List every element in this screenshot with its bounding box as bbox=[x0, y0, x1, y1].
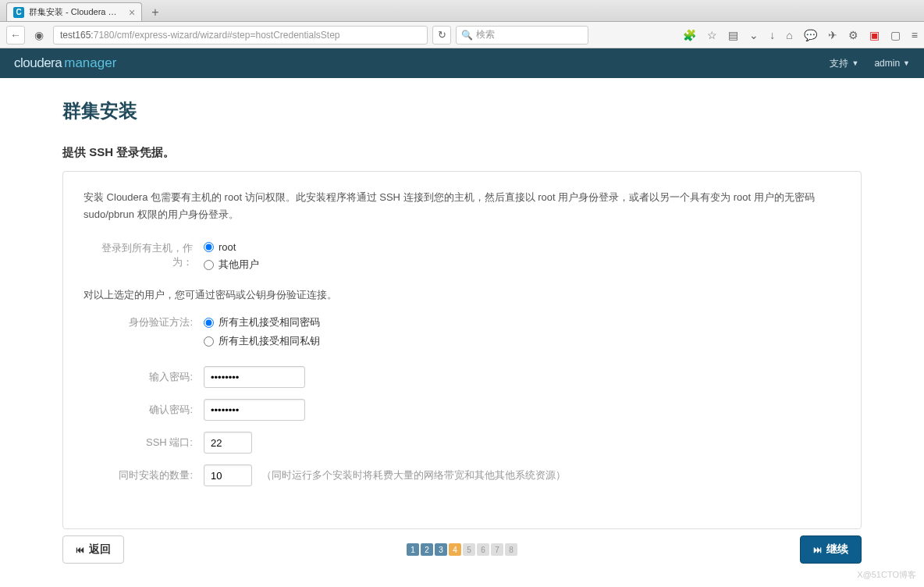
admin-menu[interactable]: admin ▼ bbox=[874, 57, 910, 70]
radio-other[interactable]: 其他用户 bbox=[204, 255, 840, 274]
brand-text-2: manager bbox=[64, 55, 116, 70]
url-host: test165: bbox=[60, 30, 94, 41]
intro-text: 安装 Cloudera 包需要有主机的 root 访问权限。此安装程序将通过 S… bbox=[84, 189, 840, 223]
page-content: 群集安装 提供 SSH 登录凭据。 安装 Cloudera 包需要有主机的 ro… bbox=[0, 78, 924, 529]
radio-key-label: 所有主机接受相同私钥 bbox=[219, 334, 320, 348]
send-icon[interactable]: ✈ bbox=[828, 29, 837, 41]
menu-icon[interactable]: ≡ bbox=[912, 29, 918, 41]
tab-favicon: C bbox=[13, 7, 24, 18]
search-placeholder: 検索 bbox=[476, 28, 495, 41]
step-2[interactable]: 2 bbox=[421, 543, 433, 556]
admin-label: admin bbox=[874, 58, 900, 69]
browser-tab-strip: C 群集安装 - Cloudera Ma... × + bbox=[0, 0, 924, 22]
window-icon[interactable]: ▢ bbox=[890, 29, 901, 41]
form-panel: 安装 Cloudera 包需要有主机的 root 访问权限。此安装程序将通过 S… bbox=[62, 171, 862, 529]
home-icon[interactable]: ⌂ bbox=[786, 29, 792, 41]
page-title: 群集安装 bbox=[62, 98, 862, 123]
step-7: 7 bbox=[491, 543, 503, 556]
radio-other-label: 其他用户 bbox=[219, 258, 259, 272]
star-icon[interactable]: ☆ bbox=[707, 29, 717, 41]
globe-icon: ◉ bbox=[30, 26, 48, 44]
back-nav-button[interactable]: ← bbox=[6, 26, 25, 44]
back-icon: ⏮ bbox=[76, 545, 84, 554]
browser-icons: 🧩 ☆ ▤ ⌄ ↓ ⌂ 💬 ✈ ⚙ ▣ ▢ ≡ bbox=[683, 29, 918, 41]
chevron-down-icon: ▼ bbox=[851, 59, 858, 67]
back-button[interactable]: ⏮ 返回 bbox=[62, 535, 124, 564]
browser-search[interactable]: 🔍 検索 bbox=[456, 26, 588, 44]
radio-key-input[interactable] bbox=[204, 336, 214, 347]
support-menu[interactable]: 支持 ▼ bbox=[830, 57, 858, 70]
download-icon[interactable]: ↓ bbox=[769, 29, 775, 41]
confirm-label: 确认密码: bbox=[84, 403, 204, 417]
password-label: 输入密码: bbox=[84, 370, 204, 384]
auth-note: 对以上选定的用户，您可通过密码或公钥身份验证连接。 bbox=[84, 288, 840, 302]
section-title: 提供 SSH 登录凭据。 bbox=[62, 145, 862, 160]
concurrent-note: （同时运行多个安装时将耗费大量的网络带宽和其他其他系统资源） bbox=[261, 468, 566, 482]
radio-password-input[interactable] bbox=[204, 318, 214, 328]
brand-logo[interactable]: clouderamanager bbox=[14, 55, 116, 71]
radio-key-auth[interactable]: 所有主机接受相同私钥 bbox=[204, 332, 840, 350]
back-label: 返回 bbox=[89, 543, 111, 557]
flag-icon[interactable]: ▣ bbox=[869, 29, 880, 41]
pocket-icon[interactable]: ⌄ bbox=[749, 29, 759, 41]
radio-root-label: root bbox=[219, 241, 236, 253]
password-input[interactable] bbox=[204, 366, 305, 388]
radio-root-input[interactable] bbox=[204, 242, 214, 252]
radio-password-auth[interactable]: 所有主机接受相同密码 bbox=[204, 313, 840, 332]
step-5: 5 bbox=[463, 543, 475, 556]
step-4[interactable]: 4 bbox=[449, 543, 461, 556]
step-indicator: 1 2 3 4 5 6 7 8 bbox=[407, 543, 517, 556]
ssh-port-label: SSH 端口: bbox=[84, 436, 204, 450]
continue-label: 继续 bbox=[826, 543, 848, 557]
tab-title: 群集安装 - Cloudera Ma... bbox=[29, 6, 123, 18]
addon-icon[interactable]: 🧩 bbox=[683, 29, 696, 41]
step-8: 8 bbox=[505, 543, 517, 556]
step-3[interactable]: 3 bbox=[435, 543, 447, 556]
confirm-password-input[interactable] bbox=[204, 399, 305, 421]
radio-other-input[interactable] bbox=[204, 260, 214, 270]
search-icon: 🔍 bbox=[461, 30, 473, 41]
ssh-port-input[interactable] bbox=[204, 432, 252, 454]
auth-method-label: 身份验证方法: bbox=[84, 313, 204, 329]
chevron-down-icon: ▼ bbox=[903, 59, 910, 67]
brand-text-1: cloudera bbox=[14, 55, 62, 70]
watermark: X@51CTO博客 bbox=[857, 569, 916, 581]
app-header: clouderamanager 支持 ▼ admin ▼ bbox=[0, 48, 924, 78]
login-as-label: 登录到所有主机，作为： bbox=[84, 239, 204, 269]
chat-icon[interactable]: 💬 bbox=[804, 29, 817, 41]
list-icon[interactable]: ▤ bbox=[728, 29, 738, 41]
url-path: 7180/cmf/express-wizard/wizard#step=host… bbox=[94, 30, 340, 41]
concurrent-input[interactable] bbox=[204, 464, 252, 486]
close-tab-icon[interactable]: × bbox=[129, 6, 135, 19]
continue-button[interactable]: ⏭ 继续 bbox=[800, 535, 862, 564]
step-1[interactable]: 1 bbox=[407, 543, 419, 556]
concurrent-label: 同时安装的数量: bbox=[84, 468, 204, 482]
support-label: 支持 bbox=[830, 57, 848, 70]
new-tab-button[interactable]: + bbox=[147, 4, 163, 21]
step-6: 6 bbox=[477, 543, 489, 556]
dev-icon[interactable]: ⚙ bbox=[848, 29, 858, 41]
radio-root[interactable]: root bbox=[204, 239, 840, 255]
browser-tab[interactable]: C 群集安装 - Cloudera Ma... × bbox=[6, 2, 142, 21]
wizard-footer: ⏮ 返回 1 2 3 4 5 6 7 8 ⏭ 继续 bbox=[0, 535, 924, 564]
continue-icon: ⏭ bbox=[813, 545, 822, 554]
refresh-button[interactable]: ↻ bbox=[432, 26, 451, 44]
radio-password-label: 所有主机接受相同密码 bbox=[219, 315, 320, 329]
url-bar[interactable]: test165:7180/cmf/express-wizard/wizard#s… bbox=[53, 26, 428, 44]
browser-toolbar: ← ◉ test165:7180/cmf/express-wizard/wiza… bbox=[0, 22, 924, 48]
